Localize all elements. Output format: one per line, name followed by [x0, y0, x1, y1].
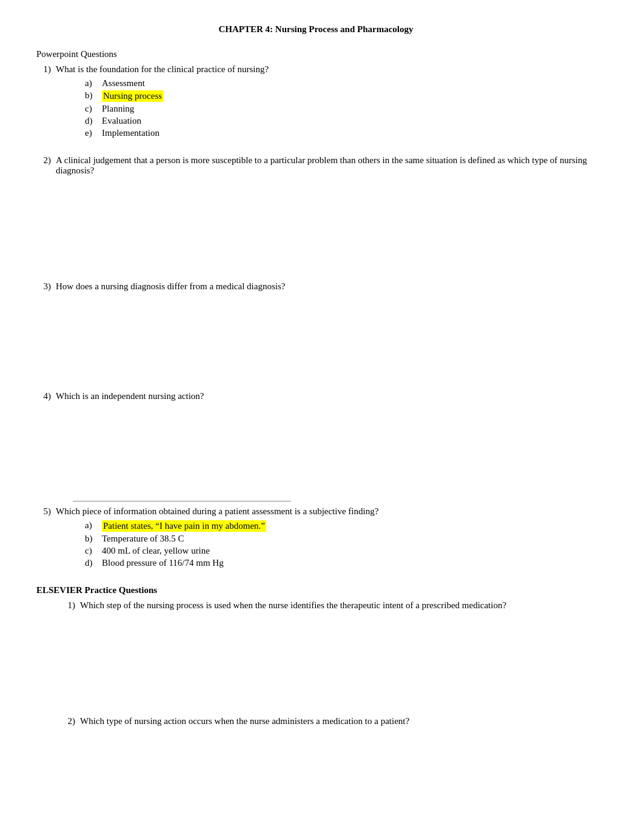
option-label: b) — [85, 90, 97, 101]
list-item: c) 400 mL of clear, yellow urine — [85, 546, 595, 556]
list-item: a) Patient states, “I have pain in my ab… — [85, 520, 595, 532]
question-5-text: Which piece of information obtained duri… — [56, 506, 595, 517]
question-4-number: 4) — [36, 391, 51, 401]
elsevier-question-1: 1) Which step of the nursing process is … — [61, 600, 595, 699]
question-3-number: 3) — [36, 281, 51, 292]
question-4: 4) Which is an independent nursing actio… — [36, 391, 595, 484]
list-item: b) Nursing process — [85, 90, 595, 102]
option-label: e) — [85, 128, 97, 138]
question-1-options: a) Assessment b) Nursing process c) Plan… — [85, 78, 595, 138]
question-3-text: How does a nursing diagnosis differ from… — [56, 281, 595, 292]
answer-space-3 — [36, 295, 595, 374]
answer-space-2 — [36, 179, 595, 264]
question-1-text: What is the foundation for the clinical … — [56, 64, 595, 75]
question-5-options: a) Patient states, “I have pain in my ab… — [85, 520, 595, 568]
option-label: c) — [85, 104, 97, 114]
question-1: 1) What is the foundation for the clinic… — [36, 64, 595, 138]
option-label: b) — [85, 534, 97, 544]
elsevier-section: ELSEVIER Practice Questions 1) Which ste… — [36, 585, 595, 726]
option-label: d) — [85, 558, 97, 568]
option-text: Evaluation — [102, 116, 141, 126]
list-item: d) Blood pressure of 116/74 mm Hg — [85, 558, 595, 568]
elsevier-q1-number: 1) — [61, 600, 75, 611]
elsevier-q2-number: 2) — [61, 716, 75, 726]
option-text-highlighted: Nursing process — [102, 90, 163, 102]
option-text: Implementation — [102, 128, 159, 138]
option-label: a) — [85, 78, 97, 89]
question-2: 2) A clinical judgement that a person is… — [36, 155, 595, 264]
list-item: c) Planning — [85, 104, 595, 114]
divider-line — [73, 501, 291, 501]
question-3: 3) How does a nursing diagnosis differ f… — [36, 281, 595, 374]
answer-space-4 — [36, 405, 595, 484]
elsevier-answer-space-1 — [61, 614, 595, 699]
question-4-text: Which is an independent nursing action? — [56, 391, 595, 401]
powerpoint-section-header: Powerpoint Questions — [36, 49, 595, 59]
list-item: b) Temperature of 38.5 C — [85, 534, 595, 544]
page-title: CHAPTER 4: Nursing Process and Pharmacol… — [36, 24, 595, 35]
list-item: d) Evaluation — [85, 116, 595, 126]
elsevier-section-header: ELSEVIER Practice Questions — [36, 585, 595, 595]
option-label: d) — [85, 116, 97, 126]
option-text: Blood pressure of 116/74 mm Hg — [102, 558, 224, 568]
option-text-highlighted: Patient states, “I have pain in my abdom… — [102, 520, 266, 532]
option-text: Temperature of 38.5 C — [102, 534, 184, 544]
question-5: 5) Which piece of information obtained d… — [36, 506, 595, 568]
option-text: Planning — [102, 104, 134, 114]
question-1-number: 1) — [36, 64, 51, 75]
elsevier-q1-text: Which step of the nursing process is use… — [80, 600, 595, 611]
question-2-number: 2) — [36, 155, 51, 176]
elsevier-questions: 1) Which step of the nursing process is … — [61, 600, 595, 726]
option-text: Assessment — [102, 78, 145, 89]
option-label: c) — [85, 546, 97, 556]
list-item: a) Assessment — [85, 78, 595, 89]
question-2-text: A clinical judgement that a person is mo… — [56, 155, 595, 176]
option-label: a) — [85, 520, 97, 531]
elsevier-q2-text: Which type of nursing action occurs when… — [80, 716, 595, 726]
elsevier-question-2: 2) Which type of nursing action occurs w… — [61, 716, 595, 726]
question-5-number: 5) — [36, 506, 51, 517]
option-text: 400 mL of clear, yellow urine — [102, 546, 210, 556]
list-item: e) Implementation — [85, 128, 595, 138]
